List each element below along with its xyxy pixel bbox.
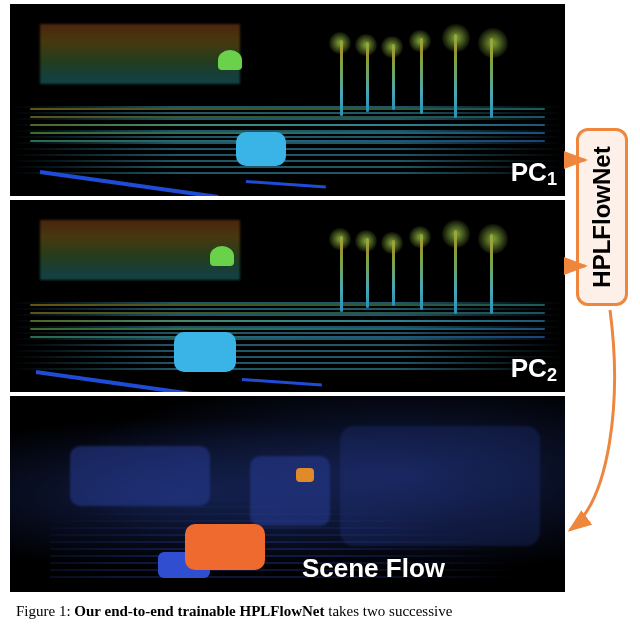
panels-holder: PC1	[10, 4, 565, 592]
label-pc1-base: PC	[511, 157, 547, 187]
label-pc1: PC1	[511, 157, 557, 188]
label-pc2: PC2	[511, 353, 557, 384]
label-pc1-sub: 1	[547, 169, 557, 189]
label-sceneflow: Scene Flow	[302, 553, 445, 584]
panel-sceneflow: Scene Flow	[10, 396, 565, 592]
arrow-module-to-sceneflow	[570, 310, 614, 530]
sceneflow-visual	[10, 396, 565, 592]
caption-bold: Our end-to-end trainable HPLFlowNet	[74, 603, 324, 619]
caption-tail: takes two successive	[324, 603, 452, 619]
label-pc2-sub: 2	[547, 365, 557, 385]
pointcloud-pc1	[10, 4, 565, 196]
figure-container: PC1	[10, 0, 630, 620]
panel-pc2: PC2	[10, 200, 565, 392]
caption-prefix: Figure 1:	[16, 603, 74, 619]
label-pc2-base: PC	[511, 353, 547, 383]
figure-caption: Figure 1: Our end-to-end trainable HPLFl…	[10, 596, 630, 620]
panel-pc1: PC1	[10, 4, 565, 196]
module-label: HPLFlowNet	[588, 146, 616, 287]
pointcloud-pc2	[10, 200, 565, 392]
module-hplflownet: HPLFlowNet	[576, 128, 628, 306]
